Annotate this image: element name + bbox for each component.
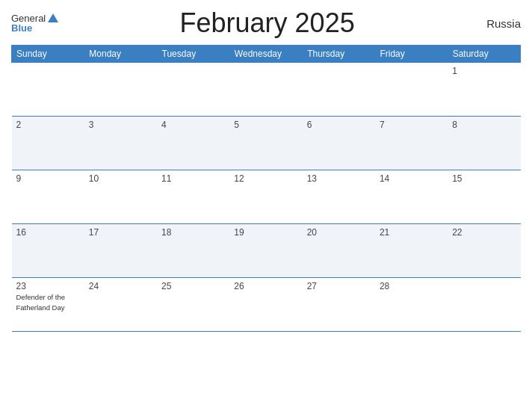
weekday-header-sunday: Sunday [12, 46, 84, 63]
calendar-title: February 2025 [58, 7, 476, 39]
day-number: 14 [380, 173, 443, 184]
day-number: 10 [89, 173, 152, 184]
weekday-header-saturday: Saturday [448, 46, 520, 63]
logo: General Blue [11, 13, 58, 33]
week-row-2: 2345678 [12, 117, 521, 170]
day-number: 3 [89, 120, 152, 130]
day-number: 27 [307, 281, 371, 291]
day-cell: 19 [229, 224, 302, 278]
day-cell: 10 [84, 170, 157, 224]
calendar-table: SundayMondayTuesdayWednesdayThursdayFrid… [11, 45, 521, 332]
country-label: Russia [476, 17, 521, 30]
day-cell: 22 [448, 224, 520, 278]
day-cell: 12 [229, 170, 302, 224]
logo-triangle-icon [48, 13, 58, 22]
day-cell: 15 [448, 170, 520, 224]
day-cell [84, 63, 157, 117]
weekday-header-friday: Friday [375, 46, 448, 63]
day-cell: 7 [375, 117, 448, 170]
weekday-header-tuesday: Tuesday [157, 46, 229, 63]
day-number: 22 [452, 227, 516, 238]
day-number: 21 [380, 227, 443, 238]
day-cell: 2 [12, 117, 84, 170]
week-row-1: 1 [12, 63, 521, 117]
day-cell: 4 [157, 117, 229, 170]
day-number: 8 [452, 120, 516, 130]
day-number: 2 [16, 120, 80, 130]
day-number: 23 [16, 281, 80, 291]
day-number: 12 [234, 173, 297, 184]
day-cell [12, 63, 84, 117]
day-cell: 25 [157, 278, 229, 332]
day-cell [157, 63, 229, 117]
day-number: 25 [161, 281, 225, 291]
weekday-header-thursday: Thursday [303, 46, 375, 63]
day-cell: 16 [12, 224, 84, 278]
day-cell [375, 63, 448, 117]
day-number: 11 [161, 173, 225, 184]
day-cell: 21 [375, 224, 448, 278]
day-cell: 24 [84, 278, 157, 332]
day-cell: 20 [303, 224, 375, 278]
day-cell: 18 [157, 224, 229, 278]
day-number: 18 [161, 227, 225, 238]
day-number: 24 [89, 281, 152, 291]
day-cell: 1 [448, 63, 520, 117]
calendar-header: General Blue February 2025 Russia [11, 7, 521, 39]
day-cell: 8 [448, 117, 520, 170]
day-number: 15 [452, 173, 516, 184]
day-cell: 13 [303, 170, 375, 224]
day-number: 6 [307, 120, 371, 130]
day-cell [448, 278, 520, 332]
day-number: 17 [89, 227, 152, 238]
day-number: 16 [16, 227, 80, 238]
day-number: 13 [307, 173, 371, 184]
day-cell [303, 63, 375, 117]
day-cell: 17 [84, 224, 157, 278]
holiday-label: Defender of the Fatherland Day [16, 293, 66, 312]
day-cell: 27 [303, 278, 375, 332]
day-number: 26 [234, 281, 297, 291]
day-number: 9 [16, 173, 80, 184]
weekday-header-monday: Monday [84, 46, 157, 63]
day-number: 28 [380, 281, 443, 291]
day-cell: 11 [157, 170, 229, 224]
day-number: 1 [452, 66, 516, 76]
day-number: 4 [161, 120, 225, 130]
day-cell: 9 [12, 170, 84, 224]
week-row-4: 16171819202122 [12, 224, 521, 278]
day-number: 5 [234, 120, 297, 130]
logo-blue-text: Blue [11, 23, 32, 33]
day-cell: 23Defender of the Fatherland Day [12, 278, 84, 332]
day-cell: 3 [84, 117, 157, 170]
day-number: 19 [234, 227, 297, 238]
day-cell: 28 [375, 278, 448, 332]
day-cell: 14 [375, 170, 448, 224]
week-row-3: 9101112131415 [12, 170, 521, 224]
day-cell: 6 [303, 117, 375, 170]
day-number: 20 [307, 227, 371, 238]
day-cell: 5 [229, 117, 302, 170]
weekday-header-row: SundayMondayTuesdayWednesdayThursdayFrid… [12, 46, 521, 63]
day-number: 7 [380, 120, 443, 130]
weekday-header-wednesday: Wednesday [229, 46, 302, 63]
calendar-container: General Blue February 2025 Russia Sunday… [0, 0, 532, 411]
day-cell [229, 63, 302, 117]
day-cell: 26 [229, 278, 302, 332]
week-row-5: 23Defender of the Fatherland Day24252627… [12, 278, 521, 332]
